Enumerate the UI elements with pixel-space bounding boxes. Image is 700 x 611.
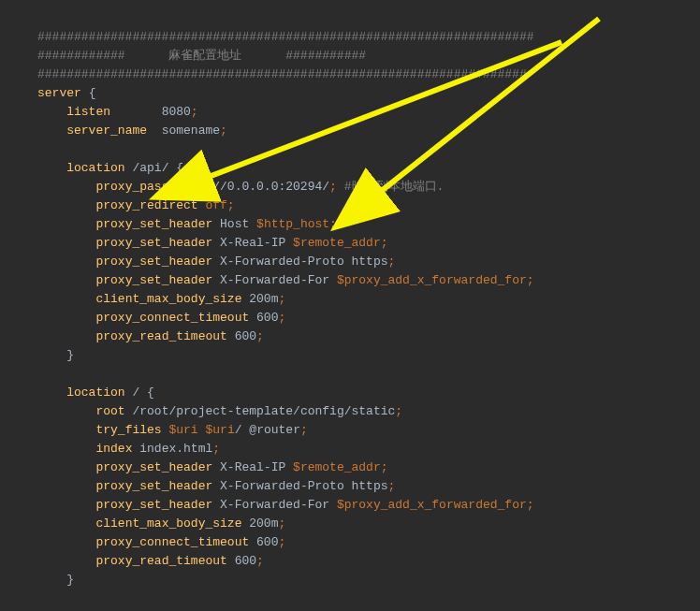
try-files: try_files (95, 423, 161, 437)
at-router: @router (249, 423, 300, 437)
proxy-connect-timeout: proxy_connect_timeout (95, 311, 249, 325)
servername-value: somename (162, 124, 220, 138)
code-block: ########################################… (0, 0, 700, 589)
proxy-read-timeout: proxy_read_timeout (95, 329, 226, 343)
proxy-set-header-for: proxy_set_header (95, 273, 212, 287)
location-root-path: / (132, 386, 139, 400)
proxy-pass: proxy_pass (95, 180, 168, 194)
server-keyword: server (37, 86, 81, 100)
proxy-set-header-proto: proxy_set_header (95, 255, 212, 269)
root-directive: root (95, 404, 124, 418)
off-value: off (205, 198, 226, 212)
remote-addr-var: $remote_addr (293, 236, 381, 250)
listen-value: 8080 (162, 105, 191, 119)
proxy-set-header-realip: proxy_set_header (95, 236, 212, 250)
brace-open: { (89, 86, 96, 100)
hash-line-1: ########################################… (37, 30, 534, 44)
location-root: location (66, 386, 124, 400)
location-api: location (66, 161, 124, 175)
root-path: /root/project-template/config/static (132, 404, 395, 418)
servername-directive: server_name (66, 124, 147, 138)
index-value: index.html (139, 442, 212, 456)
proxy-redirect: proxy_redirect (95, 198, 197, 212)
http-host-var: $http_host (256, 217, 329, 231)
hash-suffix: ########### (285, 49, 366, 63)
location-api-path: /api/ (132, 161, 168, 175)
hash-prefix: ############ (37, 49, 125, 63)
proxy-pass-url: http://0.0.0.0:20294/ (176, 180, 329, 194)
index-directive: index (95, 442, 132, 456)
client-max-body: client_max_body_size (95, 292, 241, 306)
proxy-set-header-host: proxy_set_header (95, 217, 212, 231)
listen-directive: listen (66, 105, 110, 119)
hash-line-3: ########################################… (37, 67, 527, 81)
proxy-pass-comment: #映射到本地端口. (344, 180, 445, 194)
proxy-add-fwd-var: $proxy_add_x_forwarded_for (337, 273, 527, 287)
comment-zh: 麻雀配置地址 (168, 49, 241, 63)
